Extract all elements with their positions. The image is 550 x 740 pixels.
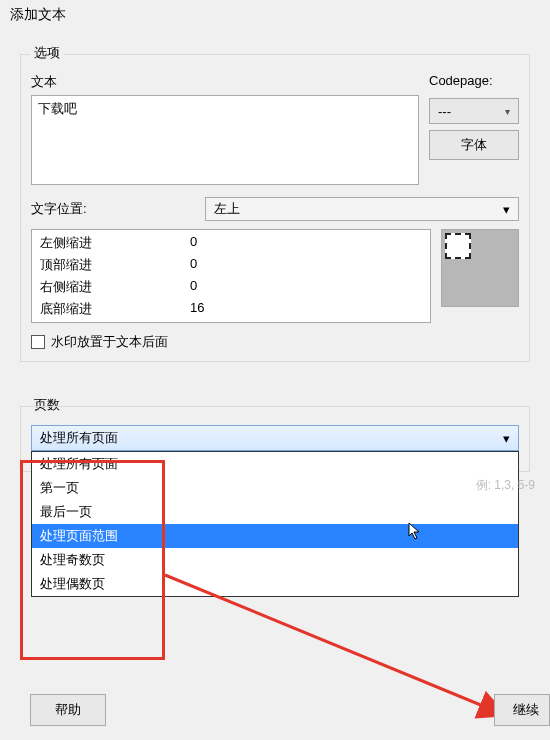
- pages-option[interactable]: 最后一页: [32, 500, 518, 524]
- table-row: 右侧缩进 0: [32, 276, 430, 298]
- text-input[interactable]: 下载吧: [31, 95, 419, 185]
- indent-right-value[interactable]: 0: [182, 276, 205, 298]
- chevron-down-icon: ▾: [503, 431, 510, 446]
- pages-option[interactable]: 处理偶数页: [32, 572, 518, 596]
- indent-bottom-value[interactable]: 16: [182, 298, 212, 320]
- chevron-down-icon: ▾: [503, 202, 510, 217]
- indent-top-label: 顶部缩进: [32, 254, 182, 276]
- chevron-down-icon: ▾: [505, 106, 510, 117]
- pages-option[interactable]: 处理奇数页: [32, 548, 518, 572]
- footer-bar: 帮助 继续: [30, 694, 550, 726]
- codepage-value: ---: [438, 104, 451, 119]
- pages-select-list[interactable]: 处理所有页面第一页最后一页处理页面范围处理奇数页处理偶数页: [31, 451, 519, 597]
- position-select[interactable]: 左上 ▾: [205, 197, 519, 221]
- pages-select[interactable]: 处理所有页面 ▾ 处理所有页面第一页最后一页处理页面范围处理奇数页处理偶数页: [31, 425, 519, 451]
- continue-button[interactable]: 继续: [494, 694, 550, 726]
- font-button[interactable]: 字体: [429, 130, 519, 160]
- options-group: 选项 文本 下载吧 Codepage: --- ▾ 字体 文字位置: 左上 ▾: [20, 36, 530, 362]
- example-hint: 例: 1,3, 5-9: [476, 477, 535, 494]
- text-label: 文本: [31, 73, 419, 91]
- table-row: 顶部缩进 0: [32, 254, 430, 276]
- pages-selected-value: 处理所有页面: [40, 429, 118, 447]
- indent-top-value[interactable]: 0: [182, 254, 205, 276]
- position-value: 左上: [214, 200, 240, 218]
- pages-option[interactable]: 处理所有页面: [32, 452, 518, 476]
- watermark-behind-label: 水印放置于文本后面: [51, 333, 168, 351]
- indent-left-label: 左侧缩进: [32, 232, 182, 254]
- color-swatch[interactable]: [441, 229, 519, 307]
- options-group-label: 选项: [30, 44, 64, 62]
- indent-left-value[interactable]: 0: [182, 232, 205, 254]
- table-row: 底部缩进 16: [32, 298, 430, 320]
- pages-group: 页数 处理所有页面 ▾ 处理所有页面第一页最后一页处理页面范围处理奇数页处理偶数…: [20, 388, 530, 472]
- help-button[interactable]: 帮助: [30, 694, 106, 726]
- window-title: 添加文本: [0, 0, 550, 30]
- indent-table[interactable]: 左侧缩进 0 顶部缩进 0 右侧缩进 0 底部缩进 16: [31, 229, 431, 323]
- indent-right-label: 右侧缩进: [32, 276, 182, 298]
- codepage-label: Codepage:: [429, 73, 519, 88]
- pages-option[interactable]: 处理页面范围: [32, 524, 518, 548]
- table-row: 左侧缩进 0: [32, 232, 430, 254]
- indent-bottom-label: 底部缩进: [32, 298, 182, 320]
- pages-option[interactable]: 第一页: [32, 476, 518, 500]
- position-label: 文字位置:: [31, 200, 191, 218]
- cursor-icon: [408, 522, 424, 545]
- codepage-select[interactable]: --- ▾: [429, 98, 519, 124]
- watermark-behind-checkbox[interactable]: [31, 335, 45, 349]
